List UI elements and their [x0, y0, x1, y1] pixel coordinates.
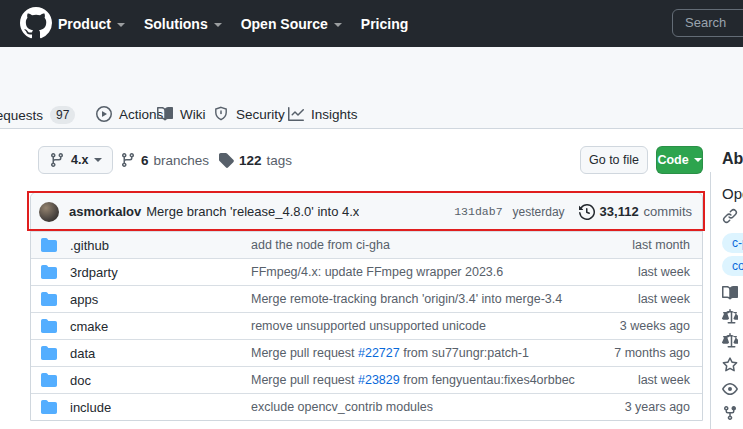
table-row-data[interactable]: data Merge pull request #22727 from su77… — [31, 339, 702, 366]
chevron-down-icon — [117, 23, 125, 27]
search-input[interactable]: Search — [672, 9, 743, 37]
commit-date: 3 years ago — [625, 400, 690, 414]
go-to-file-label: Go to file — [589, 153, 639, 167]
shield-icon — [213, 106, 229, 122]
tab-insights[interactable]: Insights — [282, 100, 364, 128]
table-row-cmake[interactable]: cmake remove unsupported unsupported uni… — [31, 312, 702, 339]
tab-security[interactable]: Security — [207, 100, 291, 128]
tab-security-label: Security — [236, 107, 285, 122]
table-row-apps[interactable]: apps Merge remote-tracking branch 'origi… — [31, 285, 702, 312]
sidebar-divider — [710, 172, 711, 429]
commit-message-cell[interactable]: Merge pull request #23829 from fengyuent… — [251, 373, 630, 387]
nav-solutions-label: Solutions — [144, 16, 208, 32]
commit-author-avatar[interactable] — [39, 202, 59, 222]
commit-sha-link[interactable]: 131dab7 — [454, 205, 502, 218]
branch-selector-button[interactable]: 4.x — [38, 146, 113, 174]
star-icon[interactable] — [722, 357, 738, 373]
github-logo-icon[interactable] — [20, 7, 52, 39]
nav-solutions[interactable]: Solutions — [144, 16, 222, 32]
branches-label: branches — [154, 153, 210, 168]
commit-date: 7 months ago — [614, 346, 690, 360]
commits-history-link[interactable]: 33,112 commits — [579, 204, 692, 220]
search-placeholder: Search — [685, 15, 726, 30]
nav-product-label: Product — [58, 16, 111, 32]
message-text: Merge pull request — [251, 373, 358, 387]
graph-icon — [288, 106, 304, 122]
folder-icon — [41, 345, 57, 361]
folder-icon — [41, 399, 57, 415]
code-button[interactable]: Code — [656, 146, 703, 174]
git-branch-icon — [120, 152, 136, 168]
nav-open-source-label: Open Source — [241, 16, 328, 32]
message-text: Merge remote-tracking branch 'origin/3.4… — [251, 292, 562, 306]
tab-wiki[interactable]: Wiki — [151, 100, 212, 128]
commit-time: yesterday — [513, 205, 565, 219]
table-row-doc[interactable]: doc Merge pull request #23829 from fengy… — [31, 366, 702, 393]
commit-message-link[interactable]: Merge branch 'release_4.8.0' into 4.x — [146, 204, 359, 219]
nav-pricing[interactable]: Pricing — [361, 16, 408, 32]
commit-author-link[interactable]: asmorkalov — [69, 204, 141, 219]
message-text: remove unsupported unsupported unicode — [251, 319, 486, 333]
history-icon — [579, 204, 595, 220]
commit-date: last month — [632, 238, 690, 252]
play-icon — [96, 106, 112, 122]
branches-link[interactable]: 6 branches — [120, 146, 209, 174]
tab-wiki-label: Wiki — [180, 107, 206, 122]
table-row-3rdparty[interactable]: 3rdparty FFmpeg/4.x: update FFmpeg wrapp… — [31, 258, 702, 285]
issue-link[interactable]: #22727 — [358, 346, 400, 360]
tag-icon — [218, 152, 234, 168]
go-to-file-button[interactable]: Go to file — [580, 146, 648, 174]
file-name-link[interactable]: data — [70, 346, 251, 361]
site-header: Product Solutions Open Source Pricing Se… — [0, 0, 743, 47]
message-text: add the node from ci-gha — [251, 238, 390, 252]
chevron-down-icon — [214, 23, 222, 27]
file-name-link[interactable]: include — [70, 400, 251, 415]
topic-pill[interactable]: computer-vision — [722, 256, 743, 276]
current-branch-label: 4.x — [71, 153, 88, 167]
eye-icon[interactable] — [722, 381, 738, 397]
commit-date: last week — [638, 373, 690, 387]
commits-label: commits — [644, 204, 692, 219]
commit-message-cell[interactable]: exclude opencv_contrib modules — [251, 400, 617, 414]
nav-product[interactable]: Product — [58, 16, 125, 32]
readme-book-icon[interactable] — [722, 285, 738, 301]
folder-icon — [41, 372, 57, 388]
nav-open-source[interactable]: Open Source — [241, 16, 342, 32]
tab-pull-requests[interactable]: Pull requests 97 — [0, 100, 81, 130]
commit-message-cell[interactable]: add the node from ci-gha — [251, 238, 624, 252]
branches-count: 6 — [141, 153, 149, 168]
table-row-github[interactable]: .github add the node from ci-gha last mo… — [31, 231, 702, 258]
issue-link[interactable]: #23829 — [358, 373, 400, 387]
commit-message-cell[interactable]: remove unsupported unsupported unicode — [251, 319, 612, 333]
fork-icon[interactable] — [722, 405, 738, 421]
message-text: Merge pull request — [251, 346, 358, 360]
code-button-label: Code — [657, 153, 688, 167]
tags-count: 122 — [239, 153, 262, 168]
book-icon — [157, 106, 173, 122]
folder-icon — [41, 237, 57, 253]
commit-date: last week — [638, 265, 690, 279]
law-scales-icon[interactable] — [722, 309, 738, 325]
law-scales-icon[interactable] — [722, 333, 738, 349]
chevron-down-icon — [694, 158, 702, 162]
file-name-link[interactable]: 3rdparty — [70, 265, 251, 280]
commit-message-cell[interactable]: FFmpeg/4.x: update FFmpeg wrapper 2023.6 — [251, 265, 630, 279]
commit-message-cell[interactable]: Merge remote-tracking branch 'origin/3.4… — [251, 292, 630, 306]
link-icon[interactable] — [722, 208, 738, 224]
file-table: asmorkalov Merge branch 'release_4.8.0' … — [30, 192, 703, 421]
header-nav: Product Solutions Open Source Pricing — [58, 0, 408, 47]
commits-count: 33,112 — [600, 204, 639, 219]
folder-icon — [41, 318, 57, 334]
topic-pill[interactable]: c-plus-plus — [722, 233, 743, 253]
commit-message-cell[interactable]: Merge pull request #22727 from su77ungr:… — [251, 346, 606, 360]
tab-pull-requests-label: Pull requests — [0, 108, 43, 123]
commit-date: 3 weeks ago — [620, 319, 690, 333]
latest-commit-bar: asmorkalov Merge branch 'release_4.8.0' … — [31, 193, 702, 231]
table-row-include[interactable]: include exclude opencv_contrib modules 3… — [31, 393, 702, 420]
file-name-link[interactable]: apps — [70, 292, 251, 307]
tags-link[interactable]: 122 tags — [218, 146, 292, 174]
git-branch-icon — [49, 152, 65, 168]
file-name-link[interactable]: doc — [70, 373, 251, 388]
file-name-link[interactable]: .github — [70, 238, 251, 253]
file-name-link[interactable]: cmake — [70, 319, 251, 334]
